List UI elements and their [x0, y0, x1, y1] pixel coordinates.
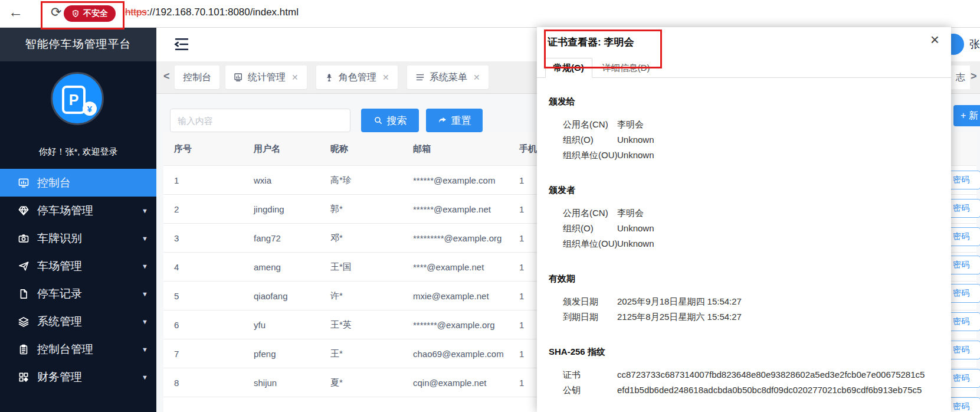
cell-no: 2	[174, 204, 179, 214]
layers-icon	[18, 316, 30, 328]
column-header: 邮箱	[413, 143, 431, 155]
camera-icon	[18, 233, 30, 244]
cert-field-value: Unknown	[617, 148, 654, 163]
browser-back-icon[interactable]: ←	[8, 4, 23, 21]
close-icon[interactable]: ✕	[291, 73, 299, 82]
dashboard-icon	[18, 177, 30, 189]
menu-icon	[415, 73, 425, 82]
search-button[interactable]: 搜索	[361, 109, 419, 132]
cert-tab[interactable]: 常规(G)	[545, 58, 592, 78]
sidebar-collapse-icon[interactable]	[173, 35, 191, 53]
reset-arrow-icon	[438, 116, 447, 125]
cert-field-value: efd1b5db6ded248618adcbda0b50bc8df09dc020…	[617, 382, 922, 398]
logo-yen-badge: ¥	[83, 102, 97, 116]
cert-field-value: 2025年9月18日星期四 15:54:27	[617, 294, 742, 309]
tab-item[interactable]: 系统菜单✕	[407, 66, 489, 89]
tab-home[interactable]: 控制台	[175, 66, 219, 89]
cert-section-heading: 颁发者	[549, 184, 942, 196]
cert-section-heading: 有效期	[549, 273, 942, 285]
shield-warning-icon	[71, 9, 80, 18]
url-rest: ://192.168.70.101:8080/index.html	[147, 6, 299, 18]
cell-no: 8	[174, 378, 179, 388]
cert-tab[interactable]: 详细信息(D)	[595, 58, 658, 78]
app-title: 智能停车场管理平台	[0, 27, 156, 61]
sidebar-item[interactable]: 财务管理▼	[0, 363, 156, 391]
cell-username: wxia	[254, 175, 271, 185]
cell-nickname: 邓*	[330, 233, 343, 244]
sidebar: 智能停车场管理平台 P ¥ 你好！张*, 欢迎登录 控制台停车场管理▼车牌识别▼…	[0, 27, 156, 412]
sidebar-item-label: 控制台管理	[37, 342, 93, 357]
cert-field-value: 2125年8月25日星期六 15:54:27	[617, 309, 742, 325]
column-header: 昵称	[330, 143, 348, 155]
chevron-down-icon: ▼	[142, 290, 148, 297]
tab-partial[interactable]: 志	[951, 66, 970, 89]
cell-nickname: 高*珍	[330, 175, 352, 186]
certificate-body: 颁发给公用名(CN)李明会组织(O)Unknown组织单位(OU)Unknown…	[549, 78, 942, 412]
tab-label: 控制台	[183, 71, 211, 84]
sidebar-item-label: 系统管理	[37, 314, 82, 329]
plane-icon	[18, 260, 30, 272]
add-button[interactable]: + 新	[953, 105, 980, 126]
cert-field-label: 到期日期	[563, 309, 617, 325]
sidebar-item[interactable]: 控制台管理▼	[0, 335, 156, 363]
tab-item[interactable]: 角色管理✕	[316, 66, 398, 89]
url-text[interactable]: https://192.168.70.101:8080/index.html	[125, 6, 299, 18]
user-name[interactable]: 张	[969, 37, 980, 51]
cert-section-heading: SHA-256 指纹	[549, 346, 942, 358]
browser-address-bar: ← ⟳ 不安全 https://192.168.70.101:8080/inde…	[0, 0, 980, 28]
cell-email: chao69@example.com	[413, 349, 504, 359]
cell-email: mxie@example.net	[413, 291, 489, 301]
cert-field-label: 组织(O)	[563, 221, 617, 236]
certificate-viewer-title: 证书查看器: 李明会	[548, 35, 634, 49]
sidebar-item[interactable]: 车场管理▼	[0, 252, 156, 280]
sidebar-item[interactable]: 控制台	[0, 169, 156, 197]
cert-section: SHA-256 指纹证书cc8723733c687314007fbd823648…	[549, 346, 942, 398]
diamond-icon	[18, 205, 30, 217]
cell-no: 5	[174, 291, 179, 301]
tab-label: 统计管理	[248, 71, 286, 84]
cell-username: pfeng	[254, 349, 276, 359]
cell-phone: 1	[519, 378, 524, 388]
cell-email: ******@example.com	[413, 175, 495, 185]
sidebar-item-label: 财务管理	[37, 370, 82, 385]
cert-field-label: 组织单位(OU)	[563, 236, 617, 251]
security-badge[interactable]: 不安全	[64, 5, 116, 22]
tree-icon	[325, 73, 334, 82]
close-icon[interactable]: ✕	[382, 73, 389, 82]
clipboard-icon	[18, 344, 30, 355]
tab-item[interactable]: 统计管理✕	[225, 66, 307, 89]
cert-field-label: 组织单位(OU)	[563, 148, 617, 163]
tabs-scroll-right-icon[interactable]: >	[971, 70, 977, 83]
cell-phone: 1	[519, 175, 524, 185]
cert-section: 颁发给公用名(CN)李明会组织(O)Unknown组织单位(OU)Unknown	[549, 96, 942, 163]
logo-p-glyph: P	[62, 86, 86, 114]
sidebar-item[interactable]: 停车记录▼	[0, 280, 156, 308]
cell-phone: 1	[519, 204, 524, 214]
tabs-scroll-left-icon[interactable]: <	[163, 70, 170, 83]
cell-nickname: 王*国	[330, 261, 352, 273]
reset-button[interactable]: 重置	[426, 109, 483, 132]
reset-button-label: 重置	[451, 114, 471, 127]
cert-section: 有效期颁发日期2025年9月18日星期四 15:54:27到期日期2125年8月…	[549, 273, 942, 325]
cert-field-row: 公钥efd1b5db6ded248618adcbda0b50bc8df09dc0…	[563, 382, 942, 398]
sidebar-item[interactable]: 系统管理▼	[0, 308, 156, 335]
sidebar-item[interactable]: 停车场管理▼	[0, 197, 156, 224]
sidebar-item[interactable]: 车牌识别▼	[0, 224, 156, 252]
close-icon[interactable]: ✕	[473, 73, 480, 82]
cell-no: 6	[174, 320, 179, 330]
cert-field-row: 颁发日期2025年9月18日星期四 15:54:27	[563, 294, 942, 309]
chevron-down-icon: ▼	[142, 374, 148, 381]
cert-field-value: 李明会	[617, 117, 644, 132]
cert-field-row: 公用名(CN)李明会	[563, 205, 942, 221]
cert-field-label: 公用名(CN)	[563, 205, 617, 221]
search-input[interactable]	[170, 109, 350, 132]
cell-phone: 1	[519, 291, 524, 301]
cert-field-label: 颁发日期	[563, 294, 617, 309]
cell-email: cqin@example.net	[413, 378, 486, 388]
search-button-label: 搜索	[387, 114, 407, 127]
cert-field-row: 证书cc8723733c687314007fbd823648e80e938286…	[563, 367, 942, 382]
cell-no: 4	[174, 262, 179, 272]
document-icon	[18, 288, 30, 300]
close-icon[interactable]: ×	[930, 31, 939, 49]
browser-refresh-icon[interactable]: ⟳	[51, 5, 61, 20]
